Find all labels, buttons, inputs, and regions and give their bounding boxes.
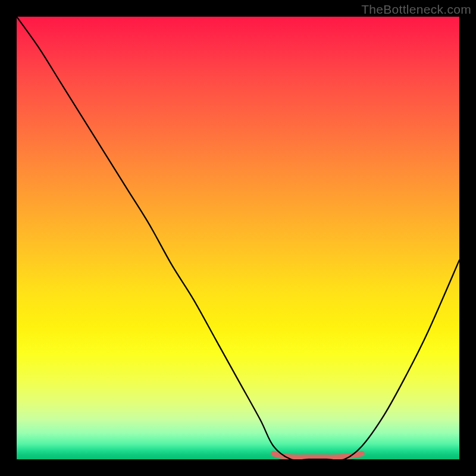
watermark-label: TheBottleneck.com — [361, 2, 471, 17]
chart-svg — [17, 17, 459, 459]
plot-area — [17, 17, 459, 459]
chart-frame: TheBottleneck.com — [0, 0, 476, 476]
bottleneck-curve — [17, 17, 459, 459]
